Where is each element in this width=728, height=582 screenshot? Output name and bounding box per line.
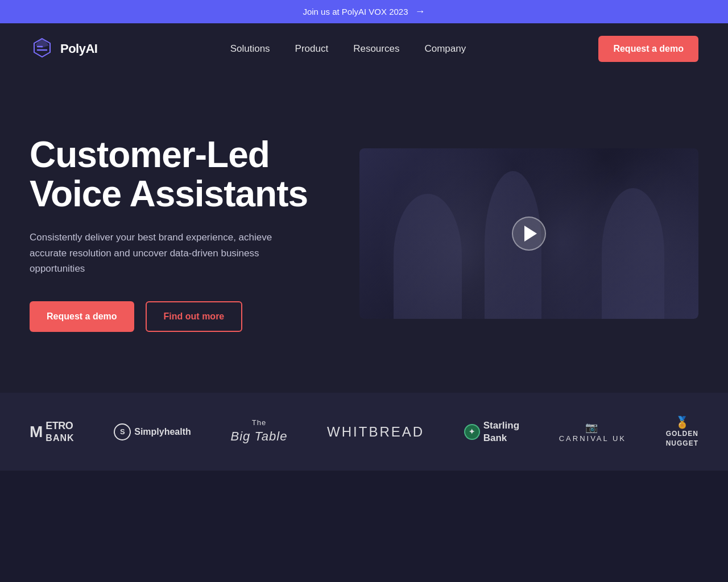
client-simplyhealth: S Simplyhealth	[114, 423, 191, 440]
video-thumbnail	[359, 148, 698, 319]
top-banner[interactable]: Join us at PolyAI VOX 2023 →	[0, 0, 728, 23]
nav-company[interactable]: Company	[424, 43, 466, 54]
client-metro-bank: M ETROBANK	[30, 420, 75, 444]
metro-m-letter: M	[30, 423, 42, 441]
starling-icon: ✦	[464, 424, 480, 440]
nav-links: Solutions Product Resources Company	[230, 43, 466, 55]
client-big-table: TheBig Table	[230, 418, 287, 446]
request-demo-hero-button[interactable]: Request a demo	[30, 301, 134, 332]
carnival-camera-icon: 📷	[585, 422, 599, 433]
simply-icon: S	[114, 423, 131, 440]
hero-subtitle: Consistently deliver your best brand exp…	[30, 230, 274, 276]
hero-video[interactable]	[359, 148, 698, 319]
logo-icon	[30, 36, 55, 61]
client-carnival-uk: 📷 CARNIVAL UK	[559, 421, 626, 443]
banner-arrow: →	[415, 6, 425, 18]
nav-solutions[interactable]: Solutions	[230, 43, 270, 54]
hero-title: Customer-Led Voice Assistants	[30, 135, 325, 214]
logo-text: PolyAI	[60, 41, 97, 56]
logo-link[interactable]: PolyAI	[30, 36, 97, 61]
client-starling-bank: ✦ StarlingBank	[464, 419, 519, 444]
navbar: PolyAI Solutions Product Resources Compa…	[0, 23, 728, 74]
hero-content: Customer-Led Voice Assistants Consistent…	[30, 135, 325, 332]
golden-nugget-wreath-icon: 🏅	[675, 416, 689, 429]
clients-strip: M ETROBANK S Simplyhealth TheBig Table W…	[0, 393, 728, 471]
banner-text: Join us at PolyAI VOX 2023	[303, 7, 408, 16]
request-demo-nav-button[interactable]: Request a demo	[598, 36, 698, 62]
client-whitbread: WHITBREAD	[327, 424, 424, 440]
play-button[interactable]	[512, 217, 546, 251]
client-golden-nugget: 🏅 GOLDENNUGGET	[666, 415, 698, 448]
hero-section: Customer-Led Voice Assistants Consistent…	[0, 74, 728, 393]
nav-resources[interactable]: Resources	[353, 43, 399, 54]
hero-buttons: Request a demo Find out more	[30, 301, 325, 332]
find-out-more-button[interactable]: Find out more	[146, 301, 243, 332]
nav-product[interactable]: Product	[295, 43, 329, 54]
